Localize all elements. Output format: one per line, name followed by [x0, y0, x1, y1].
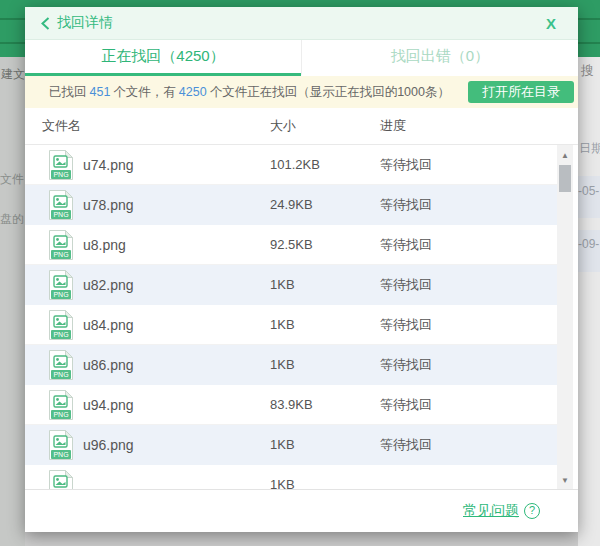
png-file-icon: PNG — [48, 389, 74, 421]
svg-text:PNG: PNG — [53, 291, 68, 298]
svg-text:PNG: PNG — [53, 331, 68, 338]
file-status: 等待找回 — [380, 356, 432, 374]
file-status: 等待找回 — [380, 236, 432, 254]
column-header-size: 大小 — [270, 117, 296, 135]
file-status: 等待找回 — [380, 396, 432, 414]
tab-bar: 正在找回（4250） 找回出错（0） — [25, 40, 578, 76]
svg-text:PNG: PNG — [53, 371, 68, 378]
file-name: u86.png — [83, 357, 134, 373]
back-button[interactable]: 找回详情 — [41, 14, 113, 32]
svg-text:PNG: PNG — [53, 211, 68, 218]
file-name: u96.png — [83, 437, 134, 453]
background-date-fragment: -05- — [578, 184, 599, 198]
png-file-icon: PNG — [48, 429, 74, 461]
scrollbar[interactable]: ▲ ▼ — [557, 145, 573, 490]
faq-link[interactable]: 常见问题 — [463, 502, 519, 520]
table-row[interactable]: PNG u74.png 101.2KB 等待找回 — [25, 145, 557, 185]
table-row[interactable]: PNG u82.png 1KB 等待找回 — [25, 265, 557, 305]
file-size: 92.5KB — [270, 237, 313, 252]
table-header: 文件名 大小 进度 — [25, 108, 578, 145]
svg-text:PNG: PNG — [53, 451, 68, 458]
table-row[interactable]: PNG u94.png 83.9KB 等待找回 — [25, 385, 557, 425]
svg-text:PNG: PNG — [53, 411, 68, 418]
pending-count: 4250 — [176, 85, 210, 99]
back-chevron-icon — [41, 17, 50, 30]
file-status: 等待找回 — [380, 156, 432, 174]
help-icon[interactable]: ? — [524, 503, 540, 519]
file-size: 1KB — [270, 317, 295, 332]
file-size: 1KB — [270, 277, 295, 292]
status-text: 个文件，有 — [113, 84, 176, 101]
background-right-panel — [578, 57, 600, 546]
png-file-icon: PNG — [48, 269, 74, 301]
scrollbar-thumb[interactable] — [559, 165, 571, 192]
background-text: 盘的 — [0, 211, 24, 228]
open-directory-button[interactable]: 打开所在目录 — [468, 81, 574, 103]
file-size: 83.9KB — [270, 397, 313, 412]
file-name: u94.png — [83, 397, 134, 413]
background-text: 文件 — [0, 171, 24, 188]
background-date-fragment: -09- — [578, 237, 599, 251]
scroll-down-icon[interactable]: ▼ — [557, 472, 573, 488]
file-name: u74.png — [83, 157, 134, 173]
file-size: 24.9KB — [270, 197, 313, 212]
background-date-column: 日期 — [579, 140, 600, 157]
png-file-icon: PNG — [48, 229, 74, 261]
scroll-up-icon[interactable]: ▲ — [557, 147, 573, 163]
table-row[interactable]: PNG u78.png 24.9KB 等待找回 — [25, 185, 557, 225]
table-row[interactable]: PNG u96.png 1KB 等待找回 — [25, 425, 557, 465]
table-row[interactable]: PNG u86.png 1KB 等待找回 — [25, 345, 557, 385]
recovery-details-modal: 找回详情 X 正在找回（4250） 找回出错（0） 已找回 451 个文件，有 … — [25, 7, 578, 532]
file-size: 1KB — [270, 437, 295, 452]
background-text: 建文 — [1, 66, 25, 83]
file-status: 等待找回 — [380, 436, 432, 454]
table-row[interactable]: PNG u84.png 1KB 等待找回 — [25, 305, 557, 345]
png-file-icon: PNG — [48, 349, 74, 381]
found-count: 451 — [87, 85, 114, 99]
table-row[interactable]: PNG 1KB — [25, 465, 557, 490]
file-name: u78.png — [83, 197, 134, 213]
png-file-icon: PNG — [48, 309, 74, 341]
background-left-panel — [0, 57, 25, 546]
background-search-text: 搜 — [581, 62, 594, 80]
column-header-filename: 文件名 — [42, 117, 81, 135]
file-size: 1KB — [270, 477, 295, 490]
file-name: u84.png — [83, 317, 134, 333]
recovery-status-bar: 已找回 451 个文件，有 4250 个文件正在找回（显示正在找回的1000条）… — [25, 76, 578, 108]
file-name: u8.png — [83, 237, 126, 253]
png-file-icon: PNG — [48, 149, 74, 181]
svg-text:PNG: PNG — [53, 171, 68, 178]
page-title: 找回详情 — [57, 14, 113, 32]
close-icon[interactable]: X — [540, 15, 562, 32]
app-backdrop: 建文 文件 盘的 搜 日期 -05- -09- 找回详情 X 正在找回（4250… — [0, 0, 600, 546]
svg-text:PNG: PNG — [53, 251, 68, 258]
modal-footer: 常见问题 ? — [25, 490, 578, 532]
status-text: 已找回 — [49, 84, 87, 101]
modal-header: 找回详情 X — [25, 7, 578, 40]
file-status: 等待找回 — [380, 276, 432, 294]
file-list-rows: PNG u74.png 101.2KB 等待找回 PNG u78.png 24.… — [25, 145, 557, 490]
file-size: 101.2KB — [270, 157, 320, 172]
file-list: PNG u74.png 101.2KB 等待找回 PNG u78.png 24.… — [25, 145, 578, 490]
tab-recovery-errors[interactable]: 找回出错（0） — [301, 40, 578, 76]
png-file-icon: PNG — [48, 189, 74, 221]
file-size: 1KB — [270, 357, 295, 372]
png-file-icon: PNG — [48, 469, 74, 490]
tab-recovering[interactable]: 正在找回（4250） — [25, 40, 301, 76]
file-name: u82.png — [83, 277, 134, 293]
status-text: 个文件正在找回（显示正在找回的1000条） — [210, 84, 450, 101]
table-row[interactable]: PNG u8.png 92.5KB 等待找回 — [25, 225, 557, 265]
column-header-progress: 进度 — [380, 117, 406, 135]
file-status: 等待找回 — [380, 316, 432, 334]
file-status: 等待找回 — [380, 196, 432, 214]
